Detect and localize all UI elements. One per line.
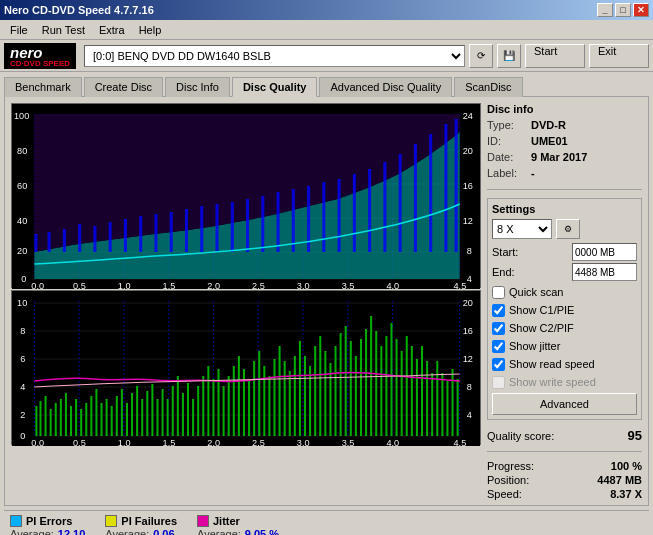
tab-benchmark[interactable]: Benchmark: [4, 77, 82, 97]
svg-text:8: 8: [467, 246, 472, 256]
svg-rect-151: [314, 346, 316, 436]
svg-rect-104: [75, 399, 77, 436]
svg-text:0.5: 0.5: [73, 438, 86, 446]
svg-rect-131: [212, 379, 214, 436]
pi-failures-label: PI Failures: [121, 515, 177, 527]
svg-text:2.5: 2.5: [252, 281, 265, 289]
date-label: Date:: [487, 149, 527, 165]
svg-rect-125: [182, 393, 184, 436]
svg-text:12: 12: [463, 354, 473, 364]
advanced-button[interactable]: Advanced: [492, 393, 637, 415]
maximize-button[interactable]: □: [615, 3, 631, 17]
title-bar: Nero CD-DVD Speed 4.7.7.16 _ □ ✕: [0, 0, 653, 20]
pi-failures-avg: Average: 0.06: [105, 528, 177, 535]
show-c2pif-row: Show C2/PIF: [492, 319, 637, 337]
svg-rect-174: [431, 373, 433, 436]
svg-rect-107: [90, 396, 92, 436]
svg-rect-155: [335, 346, 337, 436]
top-chart-svg: 100 80 60 40 20 0 24 20 16 12 8 4: [12, 104, 480, 289]
svg-rect-109: [101, 403, 103, 436]
svg-text:16: 16: [463, 326, 473, 336]
show-read-speed-row: Show read speed: [492, 355, 637, 373]
tab-disc-quality[interactable]: Disc Quality: [232, 77, 318, 97]
svg-rect-152: [319, 336, 321, 436]
svg-text:2.0: 2.0: [207, 438, 220, 446]
svg-text:4.0: 4.0: [386, 281, 399, 289]
bottom-chart-svg: 10 8 6 4 2 0 20 16 12 8 4: [12, 291, 480, 446]
tab-scan-disc[interactable]: ScanDisc: [454, 77, 522, 97]
quick-scan-label: Quick scan: [509, 283, 563, 301]
svg-rect-177: [446, 381, 448, 436]
settings-btn[interactable]: ⚙: [556, 219, 580, 239]
bottom-chart: 10 8 6 4 2 0 20 16 12 8 4: [11, 290, 481, 445]
tab-advanced-disc-quality[interactable]: Advanced Disc Quality: [319, 77, 452, 97]
svg-text:0.0: 0.0: [31, 438, 44, 446]
speed-label: Speed:: [487, 488, 522, 500]
show-write-speed-row: Show write speed: [492, 373, 637, 391]
svg-rect-42: [231, 202, 234, 252]
svg-rect-173: [426, 361, 428, 436]
svg-rect-136: [238, 356, 240, 436]
svg-rect-128: [197, 386, 199, 436]
start-input[interactable]: [572, 243, 637, 261]
show-c1pie-checkbox[interactable]: [492, 304, 505, 317]
close-button[interactable]: ✕: [633, 3, 649, 17]
svg-rect-53: [399, 154, 402, 252]
show-write-speed-checkbox[interactable]: [492, 376, 505, 389]
svg-rect-135: [233, 366, 235, 436]
svg-rect-49: [338, 179, 341, 252]
exit-button[interactable]: Exit: [589, 44, 649, 68]
svg-text:4.0: 4.0: [386, 438, 399, 446]
svg-text:4: 4: [467, 274, 472, 284]
show-c2pif-checkbox[interactable]: [492, 322, 505, 335]
drive-select[interactable]: [0:0] BENQ DVD DD DW1640 BSLB: [84, 45, 465, 67]
svg-rect-176: [441, 373, 443, 436]
jitter-color: [197, 515, 209, 527]
svg-text:0.0: 0.0: [31, 281, 44, 289]
svg-rect-126: [187, 383, 189, 436]
show-jitter-checkbox[interactable]: [492, 340, 505, 353]
tab-create-disc[interactable]: Create Disc: [84, 77, 163, 97]
menu-file[interactable]: File: [4, 22, 34, 38]
show-read-speed-label: Show read speed: [509, 355, 595, 373]
refresh-button[interactable]: ⟳: [469, 44, 493, 68]
svg-text:60: 60: [17, 181, 27, 191]
show-read-speed-checkbox[interactable]: [492, 358, 505, 371]
quick-scan-checkbox[interactable]: [492, 286, 505, 299]
svg-rect-141: [263, 366, 265, 436]
tab-disc-info[interactable]: Disc Info: [165, 77, 230, 97]
jitter-avg-value: 9.05 %: [245, 528, 279, 535]
svg-rect-31: [63, 229, 66, 252]
svg-rect-129: [202, 376, 204, 436]
speed-row-prog: Speed: 8.37 X: [487, 488, 642, 500]
jitter-header: Jitter: [197, 515, 286, 527]
svg-text:3.0: 3.0: [297, 281, 310, 289]
svg-text:2.0: 2.0: [207, 281, 220, 289]
label-value: -: [531, 165, 535, 181]
jitter-group: Jitter Average: 9.05 % Maximum: 11.4 % P…: [197, 515, 286, 535]
speed-select[interactable]: 8 X: [492, 219, 552, 239]
save-button[interactable]: 💾: [497, 44, 521, 68]
svg-rect-145: [284, 361, 286, 436]
menu-run-test[interactable]: Run Test: [36, 22, 91, 38]
svg-rect-143: [273, 359, 275, 436]
menu-extra[interactable]: Extra: [93, 22, 131, 38]
svg-rect-46: [292, 189, 295, 252]
svg-rect-102: [65, 393, 67, 436]
svg-rect-122: [167, 399, 169, 436]
start-button[interactable]: Start: [525, 44, 585, 68]
svg-rect-162: [370, 316, 372, 436]
svg-rect-121: [162, 389, 164, 436]
svg-text:16: 16: [463, 181, 473, 191]
svg-rect-153: [324, 351, 326, 436]
menu-help[interactable]: Help: [133, 22, 168, 38]
quality-score-label: Quality score:: [487, 430, 554, 442]
end-input[interactable]: [572, 263, 637, 281]
svg-rect-130: [207, 366, 209, 436]
svg-rect-35: [124, 219, 127, 252]
minimize-button[interactable]: _: [597, 3, 613, 17]
svg-text:24: 24: [463, 111, 473, 121]
date-value: 9 Mar 2017: [531, 149, 587, 165]
pi-failures-color: [105, 515, 117, 527]
svg-rect-156: [340, 333, 342, 436]
